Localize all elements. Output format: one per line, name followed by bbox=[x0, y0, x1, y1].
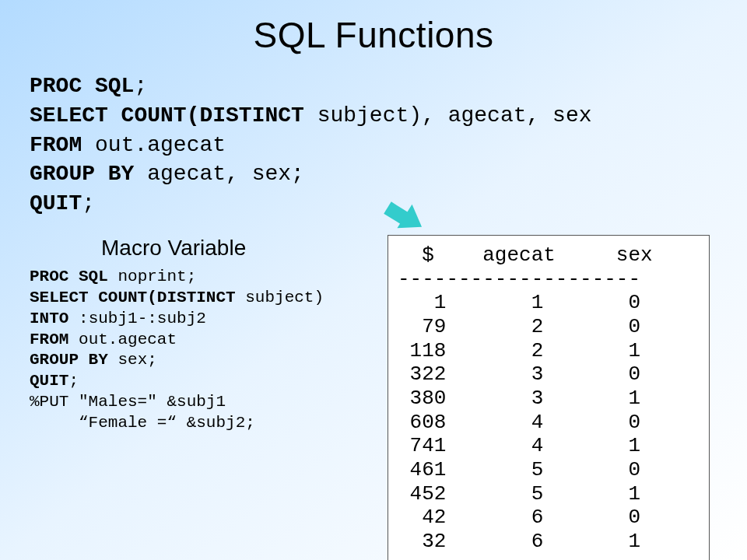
code-keyword: PROC SQL bbox=[30, 268, 108, 285]
code-text: out.agecat bbox=[82, 133, 226, 157]
code-keyword: SELECT COUNT(DISTINCT bbox=[30, 103, 304, 128]
code-text: %PUT "Males=" &subj1 bbox=[30, 393, 226, 411]
table-row: 608 4 0 bbox=[398, 411, 640, 434]
code-text: “Female =“ &subj2; bbox=[30, 414, 255, 432]
table-row: 380 3 1 bbox=[398, 387, 640, 410]
output-table: $ agecat sex -------------------- 1 1 0 … bbox=[388, 235, 710, 560]
code-keyword: QUIT bbox=[30, 372, 68, 390]
table-row: 741 4 1 bbox=[398, 434, 640, 457]
code-text: subject), agecat, sex bbox=[304, 103, 592, 128]
code-keyword: FROM bbox=[30, 331, 68, 348]
table-row: 118 2 1 bbox=[398, 339, 640, 362]
code-text: sex; bbox=[108, 351, 157, 369]
code-text: :subj1-:subj2 bbox=[68, 310, 205, 327]
code-keyword: PROC SQL bbox=[30, 74, 134, 98]
code-keyword: SELECT COUNT(DISTINCT bbox=[30, 289, 236, 306]
code-keyword: FROM bbox=[30, 133, 82, 157]
table-row: 461 5 0 bbox=[398, 458, 640, 481]
code-text: agecat, sex; bbox=[134, 162, 303, 186]
table-row: 42 6 0 bbox=[398, 506, 640, 529]
slide-title: SQL Functions bbox=[0, 0, 747, 72]
table-row: 32 6 1 bbox=[398, 530, 640, 553]
code-keyword: GROUP BY bbox=[30, 351, 108, 369]
output-divider: -------------------- bbox=[398, 268, 640, 291]
code-keyword: QUIT bbox=[30, 191, 82, 215]
main-code-block: PROC SQL; SELECT COUNT(DISTINCT subject)… bbox=[0, 72, 747, 219]
code-keyword: GROUP BY bbox=[30, 162, 134, 186]
code-keyword: INTO bbox=[30, 310, 68, 327]
table-row: 452 5 1 bbox=[398, 482, 640, 506]
code-text: ; bbox=[82, 191, 95, 215]
code-text: ; bbox=[134, 74, 147, 98]
table-row: 322 3 0 bbox=[398, 362, 640, 386]
output-header: $ agecat sex bbox=[398, 243, 653, 267]
code-text: out.agecat bbox=[68, 331, 177, 348]
table-row: 79 2 0 bbox=[398, 315, 640, 338]
table-row: 1 1 0 bbox=[398, 291, 640, 314]
code-text: subject) bbox=[236, 289, 324, 306]
code-text: noprint; bbox=[108, 268, 196, 285]
code-text: ; bbox=[68, 372, 79, 390]
